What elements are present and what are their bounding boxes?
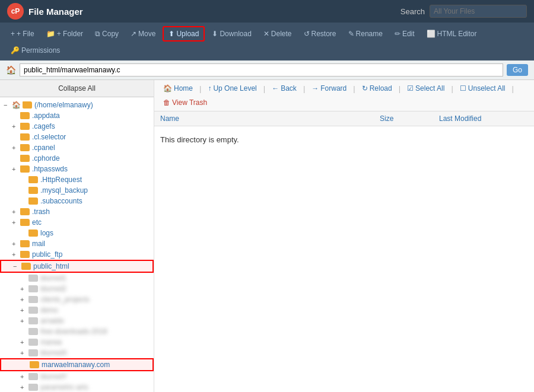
- back-icon: ←: [272, 84, 279, 93]
- folder-icon-root: [23, 101, 32, 109]
- home-nav-button[interactable]: 🏠 Home: [160, 83, 196, 94]
- tree-item-httprequest[interactable]: .HttpRequest: [0, 174, 154, 185]
- folder-icon-mail: [20, 240, 30, 247]
- tree-item-blurred_y[interactable]: +blurredY: [0, 371, 154, 382]
- col-size-header[interactable]: Size: [380, 114, 439, 123]
- tree-item-cpanel[interactable]: +.cpanel: [0, 142, 154, 153]
- folder-icon-free_downloads: [28, 328, 38, 335]
- delete-icon: ✕: [263, 30, 269, 38]
- tree-item-marwaelmanawy[interactable]: marwaelmanawy.com: [0, 358, 154, 371]
- tree-label-demo: demo: [40, 306, 58, 314]
- tree-toggle-marwa[interactable]: +: [20, 339, 28, 346]
- view-trash-button[interactable]: 🗑 View Trash: [160, 97, 210, 108]
- table-header: Name Size Last Modified: [154, 111, 534, 126]
- forward-button[interactable]: → Forward: [309, 83, 349, 94]
- home-nav-icon: 🏠: [163, 84, 172, 93]
- tree-item-cl_selector[interactable]: .cl.selector: [0, 132, 154, 142]
- reload-icon: ↻: [362, 84, 368, 93]
- tree-toggle-cagefs[interactable]: +: [12, 123, 20, 130]
- search-input[interactable]: [430, 5, 527, 18]
- tree-label-marwaelmanawy: marwaelmanawy.com: [42, 361, 110, 369]
- folder-icon-mysql_backup: [28, 187, 38, 194]
- folder-icon-clients_projects: [28, 296, 38, 303]
- unselect-all-button[interactable]: ☐ Unselect All: [457, 83, 508, 94]
- empty-message: This directory is empty.: [154, 126, 534, 153]
- tree-label-marwa: marwa: [40, 338, 62, 346]
- tree-label-child1: blurred1: [40, 274, 66, 282]
- tree-label-child2: blurred2: [40, 285, 66, 293]
- reload-button[interactable]: ↻ Reload: [359, 83, 395, 94]
- folder-icon-cpanel: [20, 144, 30, 151]
- permissions-button[interactable]: 🔑 Permissions: [6, 44, 65, 57]
- tree-item-appdata[interactable]: .appdata: [0, 110, 154, 121]
- html-editor-button[interactable]: ⬜ HTML Editor: [422, 27, 482, 40]
- tree-toggle-blurred_x[interactable]: +: [20, 349, 28, 356]
- tree-item-etc[interactable]: +etc: [0, 217, 154, 228]
- tree-item-mysql_backup[interactable]: .mysql_backup: [0, 185, 154, 196]
- tree-item-htpasswds[interactable]: +.htpasswds: [0, 164, 154, 174]
- tree-item-child2[interactable]: +blurred2: [0, 283, 154, 294]
- tree-item-blurred_x[interactable]: +blurredX: [0, 348, 154, 358]
- download-button[interactable]: ⬇ Download: [207, 27, 256, 40]
- tree-toggle-root[interactable]: −: [4, 101, 12, 109]
- tree-toggle-cpanel[interactable]: +: [12, 144, 20, 151]
- delete-button[interactable]: ✕ Delete: [259, 27, 297, 40]
- tree-item-arnaldo[interactable]: +arnaldo: [0, 315, 154, 326]
- tree-item-mail[interactable]: +mail: [0, 238, 154, 249]
- toolbar: + + File 📁 + Folder ⧉ Copy ↗ Move ⬆ Uplo…: [0, 23, 534, 60]
- go-button[interactable]: Go: [507, 64, 528, 76]
- restore-button[interactable]: ↺ Restore: [299, 27, 341, 40]
- tree-item-public_html[interactable]: −public_html: [0, 260, 154, 273]
- back-button[interactable]: ← Back: [269, 83, 300, 94]
- tree-toggle-etc[interactable]: +: [12, 219, 20, 226]
- path-input[interactable]: [20, 63, 503, 77]
- tree-toggle-demo[interactable]: +: [20, 307, 28, 314]
- tree-item-parametric_arts[interactable]: +parametric-arts: [0, 382, 154, 392]
- tree-toggle-public_ftp[interactable]: +: [12, 251, 20, 258]
- collapse-all-button[interactable]: Collapse All: [0, 80, 154, 97]
- folder-icon-public_ftp: [20, 251, 30, 258]
- tree-item-logs[interactable]: logs: [0, 228, 154, 238]
- select-all-icon: ☑: [407, 84, 414, 93]
- tree-label-cpanel: .cpanel: [32, 144, 55, 152]
- copy-button[interactable]: ⧉ Copy: [90, 27, 123, 40]
- copy-icon: ⧉: [95, 30, 100, 38]
- tree-item-free_downloads[interactable]: free-downloads-2018: [0, 326, 154, 337]
- edit-button[interactable]: ✏ Edit: [390, 27, 419, 40]
- upload-icon: ⬆: [169, 30, 174, 38]
- folder-icon-cphorde: [20, 155, 30, 162]
- folder-icon-marwaelmanawy: [30, 361, 39, 368]
- up-one-level-button[interactable]: ↑ Up One Level: [205, 83, 259, 94]
- tree-toggle-parametric_arts[interactable]: +: [20, 384, 28, 391]
- tree-item-trash[interactable]: +.trash: [0, 206, 154, 217]
- tree-toggle-arnaldo[interactable]: +: [20, 317, 28, 324]
- tree-label-cl_selector: .cl.selector: [32, 133, 66, 141]
- tree-item-clients_projects[interactable]: +clients_projects: [0, 294, 154, 305]
- tree-item-public_ftp[interactable]: +public_ftp: [0, 249, 154, 260]
- tree-toggle-htpasswds[interactable]: +: [12, 165, 20, 173]
- select-all-button[interactable]: ☑ Select All: [404, 83, 447, 94]
- tree-toggle-blurred_y[interactable]: +: [20, 373, 28, 380]
- tree-label-free_downloads: free-downloads-2018: [40, 327, 107, 336]
- tree-toggle-public_html[interactable]: −: [13, 263, 21, 270]
- upload-button[interactable]: ⬆ Upload: [163, 26, 205, 42]
- header-right: Search: [401, 5, 527, 18]
- col-modified-header[interactable]: Last Modified: [439, 114, 528, 123]
- tree-item-child1[interactable]: blurred1: [0, 273, 154, 283]
- tree-toggle-clients_projects[interactable]: +: [20, 296, 28, 303]
- tree-item-subaccounts[interactable]: .subaccounts: [0, 196, 154, 206]
- tree-item-cagefs[interactable]: +.cagefs: [0, 121, 154, 132]
- tree-item-root[interactable]: −🏠(/home/elmanawy): [0, 100, 154, 110]
- tree-item-marwa[interactable]: +marwa: [0, 337, 154, 348]
- tree-toggle-trash[interactable]: +: [12, 208, 20, 215]
- tree-toggle-mail[interactable]: +: [12, 240, 20, 247]
- file-button[interactable]: + + File: [6, 27, 39, 40]
- tree-item-cphorde[interactable]: .cphorde: [0, 153, 154, 164]
- col-name-header[interactable]: Name: [160, 114, 380, 123]
- rename-button[interactable]: ✎ Rename: [344, 27, 387, 40]
- tree-toggle-child2[interactable]: +: [20, 285, 28, 292]
- folder-button[interactable]: 📁 + Folder: [42, 27, 88, 40]
- tree-item-demo[interactable]: +demo: [0, 305, 154, 315]
- move-button[interactable]: ↗ Move: [126, 27, 160, 40]
- folder-icon-public_html: [21, 263, 31, 270]
